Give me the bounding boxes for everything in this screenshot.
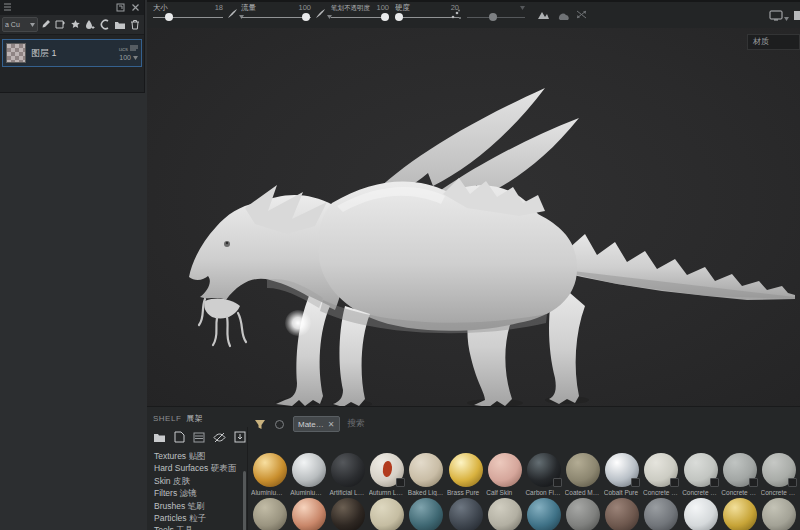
dragon-model[interactable] <box>147 28 800 406</box>
material-sphere[interactable] <box>723 453 757 487</box>
filter-shape-icon[interactable] <box>274 419 285 430</box>
jitter-icon[interactable] <box>450 9 462 21</box>
display-mode-button[interactable]: 材质 <box>747 34 800 50</box>
material-item[interactable] <box>603 496 642 530</box>
material-item[interactable] <box>759 496 798 530</box>
symmetry-icon[interactable] <box>575 9 588 20</box>
filter-chip[interactable]: Mate… ✕ <box>293 416 340 432</box>
material-item[interactable]: Baked Lig… <box>407 451 446 496</box>
category-tools[interactable]: Tools 工具 <box>154 524 247 530</box>
material-item[interactable]: Carbon Fi… <box>524 451 563 496</box>
size-slider[interactable] <box>153 17 223 18</box>
category-skin[interactable]: Skin 皮肤 <box>154 475 247 487</box>
category-hard-surfaces[interactable]: Hard Surfaces 硬表面 <box>154 462 247 474</box>
new-resource-icon[interactable] <box>174 431 185 443</box>
material-sphere[interactable] <box>449 453 483 487</box>
material-sphere[interactable] <box>527 498 561 530</box>
material-item[interactable]: Concrete … <box>720 451 759 496</box>
material-item[interactable] <box>681 496 720 530</box>
delete-layer-icon[interactable] <box>130 19 140 30</box>
blend-mode-dropdown[interactable]: a Cu <box>2 17 38 32</box>
falloff-icon[interactable] <box>557 9 570 20</box>
flow-slider[interactable] <box>241 17 311 18</box>
material-sphere[interactable] <box>331 453 365 487</box>
material-sphere[interactable] <box>605 498 639 530</box>
close-panel-icon[interactable] <box>131 3 140 12</box>
layer-opacity-value[interactable]: 100 <box>119 54 131 61</box>
folder-icon[interactable] <box>153 432 166 443</box>
hide-resources-icon[interactable] <box>213 432 226 443</box>
material-item[interactable] <box>524 496 563 530</box>
lazy-mouse-slider[interactable] <box>467 17 525 18</box>
material-item[interactable] <box>720 496 759 530</box>
material-item[interactable]: Brass Pure <box>446 451 485 496</box>
layer-row[interactable]: 图层 1 ucs 100 <box>2 39 142 67</box>
material-sphere[interactable] <box>370 498 404 530</box>
material-sphere[interactable] <box>566 498 600 530</box>
material-item[interactable] <box>564 496 603 530</box>
dock-panel-icon[interactable] <box>116 3 125 12</box>
material-sphere[interactable] <box>488 453 522 487</box>
material-item[interactable] <box>642 496 681 530</box>
material-sphere[interactable] <box>684 498 718 530</box>
material-sphere[interactable] <box>566 453 600 487</box>
viewport-3d[interactable]: 材质 <box>147 28 800 406</box>
chip-close-icon[interactable]: ✕ <box>328 420 335 429</box>
category-brushes[interactable]: Brushes 笔刷 <box>154 500 247 512</box>
add-folder-icon[interactable] <box>114 20 126 30</box>
category-filters[interactable]: Filters 滤镜 <box>154 487 247 499</box>
material-item[interactable] <box>328 496 367 530</box>
material-sphere[interactable] <box>527 453 561 487</box>
material-item[interactable] <box>289 496 328 530</box>
material-item[interactable]: Calf Skin <box>485 451 524 496</box>
add-fill-layer-icon[interactable] <box>55 19 66 30</box>
material-sphere[interactable] <box>409 498 443 530</box>
layer-thumbnail[interactable] <box>6 43 26 63</box>
stroke-opacity-slider[interactable] <box>331 17 389 18</box>
material-item[interactable] <box>250 496 289 530</box>
material-item[interactable]: Cobalt Pure <box>603 451 642 496</box>
material-item[interactable]: Concrete … <box>681 451 720 496</box>
brush-tool-icon[interactable] <box>40 19 51 30</box>
category-particles[interactable]: Particles 粒子 <box>154 512 247 524</box>
material-item[interactable] <box>446 496 485 530</box>
material-sphere[interactable] <box>723 498 757 530</box>
category-scrollbar[interactable] <box>243 471 246 530</box>
material-item[interactable]: Concrete … <box>642 451 681 496</box>
material-sphere[interactable] <box>762 498 796 530</box>
material-sphere[interactable] <box>449 498 483 530</box>
filter-funnel-icon[interactable] <box>254 419 266 430</box>
material-item[interactable]: Aluminiu… <box>289 451 328 496</box>
alignment-icon[interactable] <box>537 9 550 20</box>
material-sphere[interactable] <box>644 498 678 530</box>
material-sphere[interactable] <box>409 453 443 487</box>
search-input[interactable]: 搜索 <box>348 418 365 430</box>
material-sphere[interactable] <box>488 498 522 530</box>
material-sphere[interactable] <box>253 498 287 530</box>
material-sphere[interactable] <box>370 453 404 487</box>
material-sphere[interactable] <box>292 498 326 530</box>
material-item[interactable] <box>407 496 446 530</box>
material-item[interactable] <box>485 496 524 530</box>
material-item[interactable]: Concrete … <box>759 451 798 496</box>
material-item[interactable]: Artificial L… <box>328 451 367 496</box>
display-settings-toggle[interactable] <box>769 10 789 21</box>
import-resources-icon[interactable] <box>234 431 246 443</box>
material-sphere[interactable] <box>644 453 678 487</box>
category-textures[interactable]: Textures 贴图 <box>154 450 247 462</box>
material-sphere[interactable] <box>762 453 796 487</box>
material-sphere[interactable] <box>292 453 326 487</box>
material-sphere[interactable] <box>253 453 287 487</box>
list-view-icon[interactable] <box>193 432 205 443</box>
material-sphere[interactable] <box>684 453 718 487</box>
layer-name[interactable]: 图层 1 <box>31 47 114 60</box>
material-sphere[interactable] <box>605 453 639 487</box>
material-sphere[interactable] <box>331 498 365 530</box>
flow-pressure-toggle[interactable] <box>315 8 332 19</box>
material-item[interactable]: Coated M… <box>564 451 603 496</box>
add-mask-icon[interactable] <box>99 19 110 30</box>
material-item[interactable]: Aluminiu… <box>250 451 289 496</box>
panel-toggle-icon[interactable] <box>793 10 800 21</box>
material-item[interactable]: Autumn L… <box>368 451 407 496</box>
material-item[interactable] <box>368 496 407 530</box>
